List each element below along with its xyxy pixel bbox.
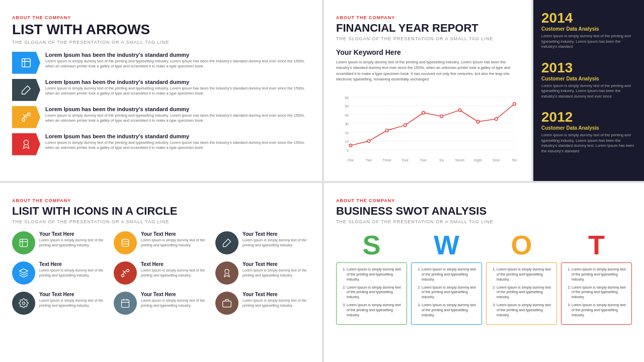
svg-rect-38 — [20, 239, 28, 247]
swot-letter-T: T — [561, 231, 632, 258]
panel-list-arrows: ABOUT THE COMPANY LIST WITH ARROWS THE S… — [0, 0, 322, 181]
year-subtitle: Customer Data Analysis — [541, 76, 636, 81]
arrow-heading: Lorem Ipsum has been the industry's stan… — [45, 79, 310, 85]
svg-point-32 — [422, 112, 425, 115]
svg-text:30: 30 — [345, 122, 349, 126]
arrow-item: Lorem Ipsum has been the industry's stan… — [12, 106, 310, 128]
swot-list-item: Lorem Ipsum is simply dummy text of the … — [347, 267, 403, 282]
line-chart: 0102030405060OneTwoThreeFourFiveSixSeven… — [336, 88, 519, 168]
svg-text:40: 40 — [345, 114, 349, 117]
arrow-heading: Lorem Ipsum has been the industry's stan… — [45, 106, 310, 112]
swot-list-item: Lorem Ipsum is simply dummy text of the … — [422, 285, 477, 300]
panel2-keyword: Your Keyword Here — [336, 48, 519, 56]
panel3-about: ABOUT THE COMPANY — [12, 198, 71, 203]
circle-icon — [215, 261, 238, 285]
arrow-heading: Lorem Ipsum has been the industry's stan… — [45, 133, 310, 139]
icon-text: Text Here Lorem Ipsum is simply dummy te… — [39, 261, 107, 278]
year-text: Lorem Ipsum is simply dummy text of the … — [541, 34, 636, 50]
swot-letters: SWOT — [336, 231, 632, 258]
icon-item: Text Here Lorem Ipsum is simply dummy te… — [114, 261, 208, 285]
panel4-title: BUSINESS SWOT ANALYSIS — [336, 205, 632, 217]
circle-icon — [215, 231, 238, 254]
arrow-item: Lorem Ipsum has been the industry's stan… — [12, 79, 310, 101]
panel2-tagline: THE SLOGAN OF THE PRESENTATION OR A SMAL… — [336, 36, 519, 41]
swot-box-0: Lorem Ipsum is simply dummy text of the … — [336, 262, 407, 325]
arrow-desc: Lorem Ipsum is simply dummy text of the … — [45, 86, 310, 97]
icon-text: Your Text Here Lorem Ipsum is simply dum… — [243, 231, 310, 248]
panel-swot: ABOUT THE COMPANY BUSINESS SWOT ANALYSIS… — [324, 183, 644, 362]
circle-icon — [12, 261, 35, 285]
icon-heading: Your Text Here — [243, 231, 310, 237]
swot-list-item: Lorem Ipsum is simply dummy text of the … — [347, 303, 403, 317]
swot-list-item: Lorem Ipsum is simply dummy text of the … — [422, 303, 477, 317]
svg-point-44 — [23, 302, 25, 305]
year-text: Lorem Ipsum is simply dummy text of the … — [541, 83, 636, 100]
svg-point-35 — [476, 120, 479, 123]
panel-icons-circle: ABOUT THE COMPANY LISIT WITH ICONS IN A … — [0, 183, 322, 362]
svg-text:One: One — [347, 158, 354, 162]
arrow-item: Lorem Ipsum has been the industry's stan… — [12, 52, 310, 74]
svg-text:Five: Five — [420, 158, 427, 162]
swot-list-item: Lorem Ipsum is simply dummy text of the … — [347, 285, 403, 300]
icon-heading: Your Text Here — [243, 261, 310, 267]
arrow-item: Lorem Ipsum has been the industry's stan… — [12, 133, 310, 155]
icon-item: Your Text Here Lorem Ipsum is simply dum… — [114, 231, 208, 254]
svg-text:Two: Two — [366, 158, 372, 162]
arrow-desc: Lorem Ipsum is simply dummy text of the … — [45, 140, 310, 151]
panel4-tagline: THE SLOGAN OF THE PRESENTATION OR A SMAL… — [336, 219, 632, 224]
icon-item: Your Text Here Lorem Ipsum is simply dum… — [215, 292, 310, 315]
icon-item: Your Text Here Lorem Ipsum is simply dum… — [12, 231, 107, 254]
arrow-icon — [12, 106, 40, 128]
icon-item: Your Text Here Lorem Ipsum is simply dum… — [215, 231, 310, 254]
swot-box-1: Lorem Ipsum is simply dummy text of the … — [411, 262, 482, 325]
svg-point-31 — [404, 124, 407, 127]
panel-years: 2014 Customer Data Analysis Lorem Ipsum … — [533, 0, 644, 181]
icon-text: Your Text Here Lorem Ipsum is simply dum… — [141, 292, 208, 308]
icon-desc: Lorem Ipsum is simply dummy text of the … — [243, 268, 310, 278]
icon-desc: Lorem Ipsum is simply dummy text of the … — [141, 268, 208, 278]
swot-list-item: Lorem Ipsum is simply dummy text of the … — [497, 267, 552, 282]
icon-heading: Text Here — [39, 261, 107, 267]
icon-desc: Lorem Ipsum is simply dummy text of the … — [243, 238, 310, 248]
arrow-desc: Lorem Ipsum is simply dummy text of the … — [45, 113, 310, 124]
year-number: 2012 — [541, 109, 636, 125]
arrow-text: Lorem Ipsum has been the industry's stan… — [45, 79, 310, 97]
circle-icon — [215, 292, 238, 315]
svg-text:Ten: Ten — [512, 158, 517, 162]
circle-icon — [114, 292, 137, 315]
panel3-title: LISIT WITH ICONS IN A CIRCLE — [12, 205, 310, 217]
svg-point-2 — [22, 119, 25, 122]
panel2-about: ABOUT THE COMPANY — [336, 15, 395, 20]
svg-point-37 — [513, 103, 516, 106]
swot-list: Lorem Ipsum is simply dummy text of the … — [341, 267, 403, 317]
chart-area: 0102030405060OneTwoThreeFourFiveSixSeven… — [336, 88, 519, 168]
year-number: 2013 — [541, 60, 636, 76]
circle-icon — [114, 231, 137, 254]
year-text: Lorem Ipsum is simply dummy text of the … — [541, 133, 636, 154]
year-number: 2014 — [541, 10, 636, 26]
svg-point-39 — [122, 239, 128, 242]
icon-heading: Your Text Here — [39, 292, 107, 297]
year-subtitle: Customer Data Analysis — [541, 26, 636, 32]
svg-point-34 — [458, 109, 461, 112]
year-section-2013: 2013 Customer Data Analysis Lorem Ipsum … — [541, 60, 636, 100]
arrow-icon — [12, 79, 40, 101]
icon-desc: Lorem Ipsum is simply dummy text of the … — [243, 298, 310, 308]
icon-desc: Lorem Ipsum is simply dummy text of the … — [39, 238, 107, 248]
icon-text: Your Text Here Lorem Ipsum is simply dum… — [39, 231, 107, 248]
arrow-text: Lorem Ipsum has been the industry's stan… — [45, 106, 310, 124]
swot-list-item: Lorem Ipsum is simply dummy text of the … — [422, 267, 477, 282]
swot-letter-S: S — [336, 231, 407, 258]
svg-text:20: 20 — [345, 131, 349, 135]
icon-heading: Text Here — [141, 261, 208, 267]
year-subtitle: Customer Data Analysis — [541, 125, 636, 131]
swot-letter-O: O — [486, 231, 557, 258]
svg-rect-0 — [22, 59, 31, 67]
swot-list-item: Lorem Ipsum is simply dummy text of the … — [572, 267, 627, 282]
swot-list-item: Lorem Ipsum is simply dummy text of the … — [497, 285, 552, 300]
circle-icon — [12, 292, 35, 315]
arrow-items-list: Lorem Ipsum has been the industry's stan… — [12, 52, 310, 155]
panel1-title: LIST WITH ARROWS — [12, 22, 310, 38]
icon-heading: Your Text Here — [39, 231, 107, 237]
svg-text:50: 50 — [345, 105, 349, 108]
